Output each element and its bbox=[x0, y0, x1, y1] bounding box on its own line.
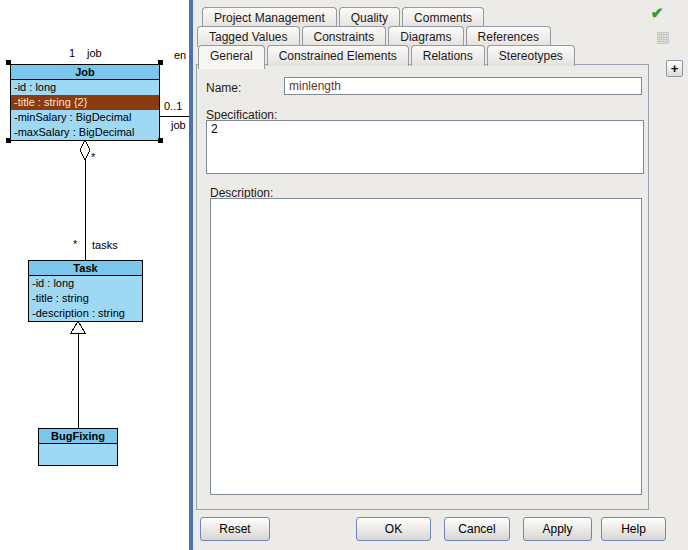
aggregation-diamond bbox=[80, 140, 90, 160]
tab-row-bottom: General Constrained Elements Relations S… bbox=[198, 45, 575, 66]
tab-constrained-elements[interactable]: Constrained Elements bbox=[267, 45, 409, 66]
class-name[interactable]: Task bbox=[29, 261, 142, 276]
attribute-row[interactable]: -id : long bbox=[11, 80, 159, 95]
attribute-row[interactable]: -title : string bbox=[29, 291, 142, 306]
ok-button[interactable]: OK bbox=[356, 517, 431, 541]
attribute-row[interactable]: -maxSalary : BigDecimal bbox=[11, 125, 159, 140]
tab-project-management[interactable]: Project Management bbox=[202, 7, 337, 28]
multiplicity-label[interactable]: * bbox=[91, 151, 95, 163]
tab-row-top: Project Management Quality Comments bbox=[202, 7, 484, 28]
attribute-row[interactable]: -id : long bbox=[29, 276, 142, 291]
add-button[interactable]: + bbox=[666, 60, 683, 77]
name-input[interactable] bbox=[284, 77, 642, 95]
role-label[interactable]: job bbox=[171, 119, 186, 131]
selection-handle[interactable] bbox=[6, 60, 11, 65]
tab-general[interactable]: General bbox=[198, 45, 265, 69]
multiplicity-label[interactable]: * bbox=[73, 238, 77, 250]
bugfixing-class[interactable]: BugFixing bbox=[38, 428, 118, 466]
apply-button[interactable]: Apply bbox=[523, 517, 592, 541]
role-label[interactable]: tasks bbox=[92, 239, 118, 251]
reset-button[interactable]: Reset bbox=[200, 517, 270, 541]
tab-row-middle: Tagged Values Constraints Diagrams Refer… bbox=[197, 26, 551, 47]
properties-panel: Project Management Quality Comments Tagg… bbox=[193, 0, 688, 550]
selection-handle[interactable] bbox=[158, 60, 163, 65]
tab-comments[interactable]: Comments bbox=[402, 7, 484, 28]
help-button[interactable]: Help bbox=[601, 517, 666, 541]
selection-handle[interactable] bbox=[158, 138, 163, 143]
tab-quality[interactable]: Quality bbox=[339, 7, 400, 28]
tab-diagrams[interactable]: Diagrams bbox=[388, 26, 463, 47]
attribute-row[interactable]: -description : string bbox=[29, 306, 142, 321]
class-name[interactable]: Job bbox=[11, 65, 159, 80]
tab-stereotypes[interactable]: Stereotypes bbox=[487, 45, 575, 66]
tab-constraints[interactable]: Constraints bbox=[302, 26, 387, 47]
multiplicity-label[interactable]: 0..1 bbox=[164, 100, 182, 112]
selection-handle[interactable] bbox=[6, 138, 11, 143]
attribute-row[interactable]: -minSalary : BigDecimal bbox=[11, 110, 159, 125]
specification-input[interactable]: 2 bbox=[206, 120, 644, 174]
tab-relations[interactable]: Relations bbox=[411, 45, 485, 66]
generalization-triangle bbox=[71, 321, 85, 333]
clipped-edge-label[interactable]: en bbox=[174, 49, 186, 61]
class-name[interactable]: BugFixing bbox=[39, 429, 117, 444]
job-class[interactable]: Job -id : long -title : string {2} -minS… bbox=[10, 64, 160, 141]
cancel-button[interactable]: Cancel bbox=[444, 517, 510, 541]
tab-tagged-values[interactable]: Tagged Values bbox=[197, 26, 300, 47]
name-label: Name: bbox=[206, 81, 241, 95]
multiplicity-label[interactable]: 1 bbox=[69, 47, 75, 59]
task-class[interactable]: Task -id : long -title : string -descrip… bbox=[28, 260, 143, 322]
diagram-canvas[interactable]: 1 job en 0..1 job * * tasks Job -id : lo… bbox=[0, 0, 190, 550]
clipboard-icon: ▦ bbox=[654, 29, 672, 47]
tab-references[interactable]: References bbox=[466, 26, 551, 47]
attribute-row-selected[interactable]: -title : string {2} bbox=[11, 95, 159, 110]
validate-icon[interactable]: ✔ bbox=[648, 5, 666, 23]
description-input[interactable] bbox=[210, 198, 642, 495]
role-label[interactable]: job bbox=[87, 47, 102, 59]
